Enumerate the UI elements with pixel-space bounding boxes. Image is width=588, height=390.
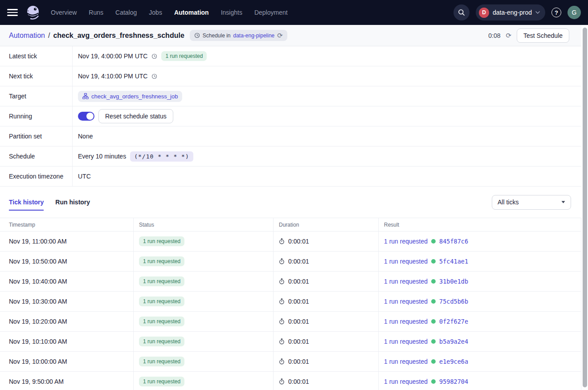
refresh-icon[interactable]: ⟳ <box>506 32 511 39</box>
job-icon <box>82 93 89 99</box>
tick-status-badge: 1 run requested <box>139 297 184 306</box>
tick-status-badge: 1 run requested <box>139 377 184 386</box>
column-header-status: Status <box>134 218 274 231</box>
run-status-dot-icon <box>431 339 436 344</box>
tick-duration: 0:00:01 <box>288 358 309 365</box>
run-id-link[interactable]: 31b0e1db <box>439 278 468 285</box>
tab-tick-history[interactable]: Tick history <box>9 194 44 211</box>
run-requested-link[interactable]: 1 run requested <box>384 258 428 265</box>
reload-location-icon[interactable]: ⟳ <box>277 32 283 39</box>
run-requested-link[interactable]: 1 run requested <box>384 298 428 305</box>
table-row: Nov 19, 11:00:00 AM 1 run requested 0:00… <box>0 232 588 252</box>
running-toggle[interactable] <box>78 112 94 121</box>
column-header-timestamp: Timestamp <box>0 218 134 231</box>
table-row: Nov 19, 9:50:00 AM 1 run requested 0:00:… <box>0 372 588 390</box>
breadcrumb-separator: / <box>48 32 50 40</box>
nav-item-jobs[interactable]: Jobs <box>149 9 162 16</box>
tick-duration: 0:00:01 <box>288 278 309 285</box>
schedule-description: Every 10 minutes <box>78 153 126 160</box>
clock-icon <box>194 32 200 38</box>
page-scrollbar-thumb[interactable] <box>583 28 587 387</box>
tick-timestamp: Nov 19, 9:50:00 AM <box>0 372 134 390</box>
stopwatch-icon <box>279 238 285 244</box>
detail-row-running: Running Reset schedule status <box>0 106 588 126</box>
workspace-switcher[interactable]: D data-eng-prod <box>476 4 545 20</box>
target-job-link[interactable]: check_avg_orders_freshness_job <box>91 93 178 100</box>
tick-status-badge: 1 run requested <box>139 256 184 266</box>
user-avatar[interactable]: G <box>568 6 581 19</box>
column-header-duration: Duration <box>274 218 379 231</box>
menu-icon[interactable] <box>7 9 18 16</box>
stopwatch-icon <box>279 378 285 385</box>
search-button[interactable] <box>453 4 470 20</box>
tick-duration: 0:00:01 <box>288 298 309 305</box>
nav-item-runs[interactable]: Runs <box>89 9 103 16</box>
nav-item-overview[interactable]: Overview <box>51 9 77 16</box>
run-status-dot-icon <box>431 379 436 384</box>
column-header-result: Result <box>379 218 581 231</box>
stopwatch-icon <box>279 278 285 284</box>
nav-item-automation[interactable]: Automation <box>174 9 209 16</box>
detail-row-next-tick: Next tick Nov 19, 4:10:00 PM UTC <box>0 66 588 86</box>
tick-duration: 0:00:01 <box>288 238 309 245</box>
help-icon: ? <box>555 9 558 16</box>
reset-schedule-status-button[interactable]: Reset schedule status <box>98 109 173 123</box>
dagster-logo-icon[interactable] <box>25 4 41 20</box>
stopwatch-icon <box>279 338 285 345</box>
detail-row-target: Target check_avg_orders_freshness_job <box>0 86 588 106</box>
tick-duration: 0:00:01 <box>288 318 309 325</box>
table-row: Nov 19, 10:20:00 AM 1 run requested 0:00… <box>0 312 588 332</box>
run-id-link[interactable]: 845f87c6 <box>439 238 468 245</box>
run-requested-link[interactable]: 1 run requested <box>384 378 428 385</box>
tick-status-badge: 1 run requested <box>139 276 184 286</box>
top-nav: Overview Runs Catalog Jobs Automation In… <box>0 0 588 25</box>
run-id-link[interactable]: b5a9a2e4 <box>439 338 468 345</box>
nav-item-catalog[interactable]: Catalog <box>115 9 137 16</box>
topnav-right: D data-eng-prod ? G <box>453 4 581 20</box>
tick-status-badge: 1 run requested <box>139 337 184 346</box>
run-requested-link[interactable]: 1 run requested <box>384 358 428 365</box>
detail-label: Running <box>0 106 73 126</box>
clock-icon <box>151 53 157 59</box>
tab-run-history[interactable]: Run history <box>55 194 90 211</box>
breadcrumb-automation-link[interactable]: Automation <box>9 32 45 40</box>
next-tick-time: Nov 19, 4:10:00 PM UTC <box>78 73 147 80</box>
table-row: Nov 19, 10:50:00 AM 1 run requested 0:00… <box>0 252 588 272</box>
tick-timestamp: Nov 19, 10:50:00 AM <box>0 252 134 271</box>
tick-duration: 0:00:01 <box>288 338 309 345</box>
repo-location-link[interactable]: data-eng-pipeline <box>233 32 275 39</box>
workspace-avatar: D <box>479 8 489 18</box>
primary-nav: Overview Runs Catalog Jobs Automation In… <box>51 9 288 16</box>
help-button[interactable]: ? <box>551 8 561 17</box>
select-caret-icon <box>561 201 565 203</box>
run-requested-link[interactable]: 1 run requested <box>384 338 428 345</box>
tick-filter-select[interactable]: All ticks <box>492 195 571 210</box>
run-id-link[interactable]: 75cd5b6b <box>439 298 468 305</box>
tick-timestamp: Nov 19, 10:30:00 AM <box>0 292 134 311</box>
run-requested-link[interactable]: 1 run requested <box>384 318 428 325</box>
stopwatch-icon <box>279 318 285 325</box>
run-id-link[interactable]: 5fc41ae1 <box>439 258 468 265</box>
page-header: Automation / check_avg_orders_freshness_… <box>0 25 588 46</box>
nav-item-insights[interactable]: Insights <box>221 9 242 16</box>
run-id-link[interactable]: 95982704 <box>439 378 468 385</box>
run-requested-link[interactable]: 1 run requested <box>384 278 428 285</box>
partition-set-value: None <box>78 133 93 140</box>
detail-row-schedule: Schedule Every 10 minutes (*/10 * * * *) <box>0 146 588 167</box>
nav-item-deployment[interactable]: Deployment <box>254 9 288 16</box>
run-id-link[interactable]: 0f2f627e <box>439 318 468 325</box>
tick-duration: 0:00:01 <box>288 378 309 385</box>
detail-label: Latest tick <box>0 46 73 66</box>
run-requested-link[interactable]: 1 run requested <box>384 238 428 245</box>
tick-timestamp: Nov 19, 10:00:00 AM <box>0 352 134 371</box>
latest-tick-time: Nov 19, 4:00:00 PM UTC <box>78 53 147 60</box>
detail-label: Next tick <box>0 66 73 86</box>
run-id-link[interactable]: e1e9ce6a <box>439 358 468 365</box>
tick-status-badge: 1 run requested <box>139 317 184 326</box>
test-schedule-button[interactable]: Test Schedule <box>517 28 569 43</box>
target-job-pill[interactable]: check_avg_orders_freshness_job <box>78 91 182 102</box>
table-row: Nov 19, 10:30:00 AM 1 run requested 0:00… <box>0 292 588 312</box>
timezone-value: UTC <box>78 173 91 180</box>
run-status-dot-icon <box>431 279 436 284</box>
tick-timestamp: Nov 19, 10:20:00 AM <box>0 312 134 331</box>
